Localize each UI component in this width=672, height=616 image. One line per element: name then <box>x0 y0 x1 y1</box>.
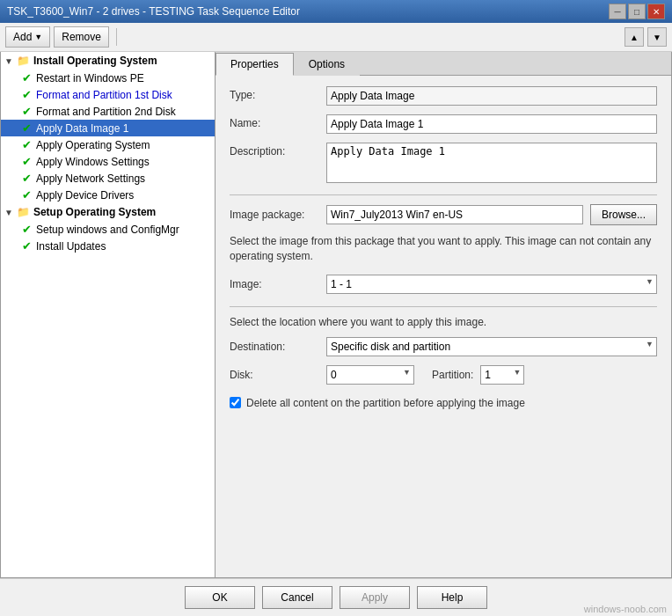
tree-item-format2[interactable]: ✔ Format and Partition 2nd Disk <box>1 103 215 120</box>
description-field: Apply Data Image 1 <box>326 143 657 186</box>
main-container: Add ▼ Remove ▲ ▼ ▼ 📁 Install Operating S… <box>0 23 672 616</box>
content-area: ▼ 📁 Install Operating System ✔ Restart i… <box>0 52 672 578</box>
image-dropdown-wrapper: 1 - 1 <box>326 275 657 294</box>
toolbar: Add ▼ Remove ▲ ▼ <box>0 23 672 52</box>
browse-button[interactable]: Browse... <box>590 204 657 225</box>
tree-item-install-updates-label: Install Updates <box>36 240 106 253</box>
check-icon-restart: ✔ <box>22 71 32 84</box>
description-row: Description: Apply Data Image 1 <box>230 143 657 186</box>
type-row: Type: <box>230 86 657 106</box>
divider-1 <box>230 194 657 195</box>
disk-partition-row: Disk: 0 1 2 Partition: 1 2 3 <box>230 365 657 385</box>
close-button[interactable]: ✕ <box>647 4 665 19</box>
destination-label: Destination: <box>230 341 326 353</box>
destination-dropdown-wrapper: Specific disk and partition Logical driv… <box>326 337 657 356</box>
tree-item-setup-windows[interactable]: ✔ Setup windows and ConfigMgr <box>1 221 215 238</box>
properties-content: Type: Name: Description: Apply <box>215 76 671 577</box>
apply-button[interactable]: Apply <box>340 586 410 609</box>
ok-button[interactable]: OK <box>185 586 255 609</box>
toolbar-separator <box>116 28 117 46</box>
partition-dropdown-wrapper: 1 2 3 <box>480 365 524 385</box>
name-row: Name: <box>230 114 657 134</box>
delete-content-row: Delete all content on the partition befo… <box>230 397 657 409</box>
tree-item-restart[interactable]: ✔ Restart in Windows PE <box>1 70 215 86</box>
group1-label: Install Operating System <box>33 55 157 67</box>
remove-button[interactable]: Remove <box>54 26 109 48</box>
tree-item-apply-drivers[interactable]: ✔ Apply Device Drivers <box>1 187 215 203</box>
help-button[interactable]: Help <box>417 586 487 609</box>
tree-item-apply-data-image[interactable]: ✔ Apply Data Image 1 <box>1 120 215 136</box>
tree-item-apply-windows[interactable]: ✔ Apply Windows Settings <box>1 153 215 170</box>
tab-bar: Properties Options <box>215 52 671 76</box>
bottom-bar: OK Cancel Apply Help <box>0 578 672 616</box>
cancel-button[interactable]: Cancel <box>262 586 332 609</box>
group2-expand-icon: ▼ <box>4 208 13 217</box>
toolbar-icons: ▲ ▼ <box>625 27 667 47</box>
minimize-button[interactable]: ─ <box>609 4 626 19</box>
disk-dropdown[interactable]: 0 1 2 <box>326 365 414 385</box>
title-bar: TSK_T3600_Win7 - 2 drives - TESTING Task… <box>0 0 672 23</box>
toolbar-icon-1[interactable]: ▲ <box>625 27 644 47</box>
type-input[interactable] <box>326 86 657 106</box>
group1-folder-icon: 📁 <box>17 55 30 67</box>
check-icon-apply-network: ✔ <box>22 172 32 185</box>
tree-item-apply-os-label: Apply Operating System <box>36 139 150 151</box>
tree-item-apply-data-label: Apply Data Image 1 <box>36 122 128 135</box>
check-icon-apply-drivers: ✔ <box>22 188 32 202</box>
name-field <box>326 114 657 134</box>
description-label: Description: <box>230 143 326 158</box>
tree-item-install-updates[interactable]: ✔ Install Updates <box>1 238 215 254</box>
tab-options[interactable]: Options <box>294 53 360 76</box>
remove-label: Remove <box>62 31 101 43</box>
properties-panel: Properties Options Type: Name: <box>215 52 672 578</box>
tab-options-label: Options <box>309 58 345 70</box>
add-dropdown-icon: ▼ <box>34 33 42 41</box>
tree-item-format1-label: Format and Partition 1st Disk <box>36 89 172 101</box>
image-package-value: Win7_July2013 Win7 en-US <box>326 205 583 224</box>
image-label: Image: <box>230 278 326 290</box>
tree-group-install-os[interactable]: ▼ 📁 Install Operating System <box>1 52 215 70</box>
image-package-label: Image package: <box>230 209 326 221</box>
add-label: Add <box>13 31 32 43</box>
check-icon-apply-os: ✔ <box>22 138 32 151</box>
check-icon-install-updates: ✔ <box>22 239 32 253</box>
tree-item-apply-network-label: Apply Network Settings <box>36 172 145 185</box>
destination-dropdown[interactable]: Specific disk and partition Logical driv… <box>326 337 657 356</box>
maximize-button[interactable]: □ <box>628 4 646 19</box>
image-package-row: Image package: Win7_July2013 Win7 en-US … <box>230 204 657 225</box>
tree-item-apply-network[interactable]: ✔ Apply Network Settings <box>1 170 215 187</box>
tree-item-apply-drivers-label: Apply Device Drivers <box>36 189 134 202</box>
check-icon-setup-windows: ✔ <box>22 223 32 236</box>
divider-2 <box>230 306 657 307</box>
disk-dropdown-wrapper: 0 1 2 <box>326 365 414 385</box>
type-label: Type: <box>230 86 326 101</box>
disk-label: Disk: <box>230 369 326 381</box>
tree-item-format1[interactable]: ✔ Format and Partition 1st Disk <box>1 86 215 103</box>
description-textarea[interactable]: Apply Data Image 1 <box>326 143 657 183</box>
tree-item-apply-os[interactable]: ✔ Apply Operating System <box>1 136 215 153</box>
partition-dropdown[interactable]: 1 2 3 <box>480 365 524 385</box>
tab-properties-label: Properties <box>230 58 279 70</box>
group2-folder-icon: 📁 <box>17 206 30 218</box>
location-text: Select the location where you want to ap… <box>230 316 657 328</box>
destination-row: Destination: Specific disk and partition… <box>230 337 657 356</box>
name-input[interactable] <box>326 114 657 134</box>
title-text: TSK_T3600_Win7 - 2 drives - TESTING Task… <box>7 5 300 18</box>
type-field <box>326 86 657 106</box>
tree-panel: ▼ 📁 Install Operating System ✔ Restart i… <box>0 52 215 578</box>
tree-item-setup-windows-label: Setup windows and ConfigMgr <box>36 224 179 236</box>
toolbar-icon-2[interactable]: ▼ <box>647 27 667 47</box>
group2-label: Setup Operating System <box>33 206 156 218</box>
check-icon-apply-data: ✔ <box>22 121 32 135</box>
tree-group-setup-os[interactable]: ▼ 📁 Setup Operating System <box>1 203 215 221</box>
tab-properties[interactable]: Properties <box>215 53 294 76</box>
tree-item-restart-label: Restart in Windows PE <box>36 72 144 84</box>
info-text: Select the image from this package that … <box>230 234 657 264</box>
delete-content-checkbox[interactable] <box>230 397 241 408</box>
add-button[interactable]: Add ▼ <box>5 26 50 48</box>
name-label: Name: <box>230 114 326 129</box>
check-icon-format1: ✔ <box>22 88 32 101</box>
image-dropdown[interactable]: 1 - 1 <box>326 275 657 294</box>
tree-item-format2-label: Format and Partition 2nd Disk <box>36 106 176 118</box>
delete-content-label: Delete all content on the partition befo… <box>246 397 525 409</box>
